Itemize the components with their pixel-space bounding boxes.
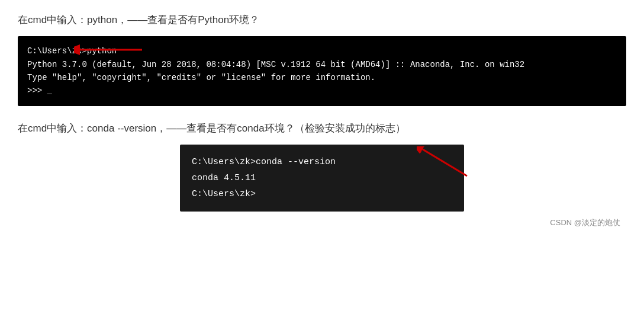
section1-instruction: 在cmd中输入：python，——查看是否有Python环境？ [18, 12, 626, 28]
terminal1-line3: Type "help", "copyright", "credits" or "… [27, 71, 617, 84]
terminal2-container: C:\Users\zk>conda --version conda 4.5.11… [18, 145, 626, 212]
red-arrow-2-icon [417, 146, 470, 179]
terminal2-line4: C:\Users\zk> [192, 186, 452, 202]
terminal1-wrapper: C:\Users\zk>python Python 3.7.0 (default… [18, 36, 626, 106]
terminal2-line1: C:\Users\zk>conda --version [192, 154, 452, 170]
csdn-watermark: CSDN @淡定的炮仗 [18, 217, 626, 228]
terminal2-line2: conda 4.5.11 [192, 170, 452, 186]
section2-instruction: 在cmd中输入：conda --version，——查看是否有conda环境？（… [18, 120, 626, 136]
terminal1-line2: Python 3.7.0 (default, Jun 28 2018, 08:0… [27, 58, 617, 71]
svg-line-3 [423, 149, 467, 176]
red-arrow-1-icon [74, 41, 145, 59]
terminal1-line4: >>> _ [27, 84, 617, 97]
